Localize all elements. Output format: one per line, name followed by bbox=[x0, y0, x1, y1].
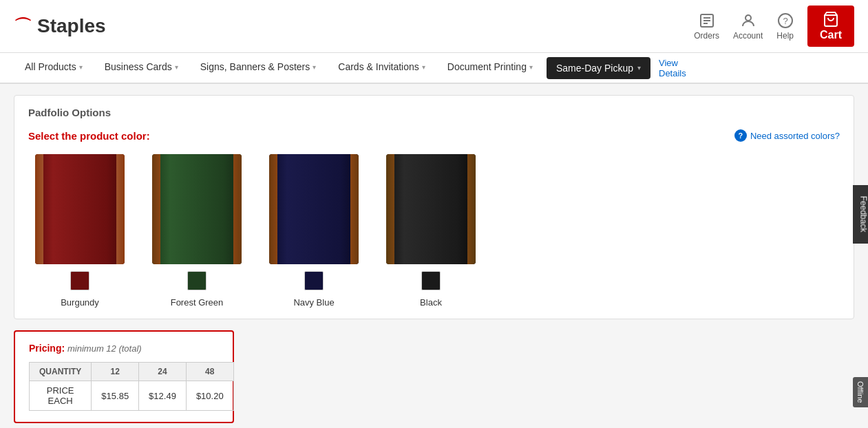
qty-48-header: 48 bbox=[186, 363, 233, 381]
chevron-down-icon: ▾ bbox=[313, 63, 316, 71]
color-options: Burgundy Forest Green Navy Blue Black bbox=[28, 154, 840, 308]
chevron-down-icon: ▾ bbox=[175, 63, 178, 71]
chevron-down-icon: ▾ bbox=[79, 63, 83, 71]
help-button[interactable]: ? Help bbox=[776, 12, 794, 41]
help-label: Help bbox=[776, 31, 794, 41]
account-icon bbox=[740, 12, 756, 29]
nav-business-cards[interactable]: Business Cards ▾ bbox=[94, 53, 189, 83]
nav: All Products ▾ Business Cards ▾ Signs, B… bbox=[0, 53, 868, 84]
padfolio-image-forest-green bbox=[152, 154, 242, 264]
offline-tab[interactable]: Offline bbox=[853, 377, 868, 407]
cart-label: Cart bbox=[820, 29, 842, 41]
price-48: $10.20 bbox=[186, 381, 233, 411]
chevron-down-icon: ▾ bbox=[422, 63, 425, 71]
color-name-forest-green: Forest Green bbox=[171, 297, 224, 308]
qty-24-header: 24 bbox=[139, 363, 187, 381]
nav-signs-banners[interactable]: Signs, Banners & Posters ▾ bbox=[189, 53, 328, 83]
pricing-subtext: minimum 12 (total) bbox=[67, 343, 142, 354]
qty-12-header: 12 bbox=[92, 363, 139, 381]
color-select-header: Select the product color: ? Need assorte… bbox=[28, 129, 840, 142]
orders-button[interactable]: Orders bbox=[694, 12, 719, 41]
color-name-navy-blue: Navy Blue bbox=[293, 297, 334, 308]
padfolio-image-navy-blue bbox=[269, 154, 359, 264]
padfolio-image-burgundy bbox=[35, 154, 125, 264]
pricing-header: Pricing: minimum 12 (total) bbox=[29, 343, 219, 354]
nav-all-products[interactable]: All Products ▾ bbox=[14, 53, 94, 83]
pricing-panel: Pricing: minimum 12 (total) QUANTITY 12 … bbox=[14, 330, 234, 423]
color-swatch-navy-blue bbox=[304, 271, 324, 290]
color-option-navy-blue[interactable]: Navy Blue bbox=[269, 154, 359, 308]
color-select-label: Select the product color: bbox=[28, 130, 150, 142]
chevron-down-icon: ▾ bbox=[637, 64, 641, 72]
color-name-burgundy: Burgundy bbox=[61, 297, 99, 308]
account-button[interactable]: Account bbox=[733, 12, 763, 41]
view-details-link[interactable]: ViewDetails bbox=[659, 58, 686, 78]
svg-text:?: ? bbox=[783, 16, 787, 26]
color-option-black[interactable]: Black bbox=[386, 154, 476, 308]
assorted-colors-link[interactable]: ? Need assorted colors? bbox=[734, 129, 840, 142]
padfolio-options-panel: Padfolio Options Select the product colo… bbox=[14, 95, 854, 319]
table-row-header: QUANTITY 12 24 48 bbox=[30, 363, 234, 381]
price-12: $15.85 bbox=[92, 381, 139, 411]
svg-point-4 bbox=[745, 15, 751, 21]
logo-text: Staples bbox=[37, 15, 106, 37]
account-label: Account bbox=[733, 31, 763, 41]
pricing-table: QUANTITY 12 24 48 PRICE EACH $15.85 $12.… bbox=[29, 362, 234, 411]
color-swatch-black bbox=[421, 271, 441, 290]
color-swatch-burgundy bbox=[70, 271, 89, 290]
same-day-pickup-button[interactable]: Same-Day Pickup ▾ bbox=[547, 57, 650, 79]
cart-button[interactable]: Cart bbox=[807, 6, 854, 47]
price-each-label: PRICE EACH bbox=[30, 381, 92, 411]
color-swatch-forest-green bbox=[187, 271, 207, 290]
orders-label: Orders bbox=[694, 31, 719, 41]
cart-icon bbox=[823, 11, 839, 28]
color-option-forest-green[interactable]: Forest Green bbox=[152, 154, 242, 308]
orders-icon bbox=[699, 12, 715, 29]
logo-icon: ⌒ bbox=[14, 14, 32, 39]
feedback-tab[interactable]: Feedback bbox=[854, 185, 868, 244]
header-right: Orders Account ? Help Cart bbox=[694, 6, 854, 47]
nav-cards-invitations[interactable]: Cards & Invitations ▾ bbox=[327, 53, 436, 83]
pricing-label: Pricing: bbox=[29, 343, 65, 354]
header: ⌒ Staples Orders Account ? Help Cart bbox=[0, 0, 868, 53]
main-content: Padfolio Options Select the product colo… bbox=[0, 84, 868, 428]
chevron-down-icon: ▾ bbox=[529, 63, 533, 71]
table-row-prices: PRICE EACH $15.85 $12.49 $10.20 bbox=[30, 381, 234, 411]
color-option-burgundy[interactable]: Burgundy bbox=[35, 154, 125, 308]
price-24: $12.49 bbox=[139, 381, 187, 411]
panel-title: Padfolio Options bbox=[28, 107, 840, 118]
color-name-black: Black bbox=[420, 297, 442, 308]
quantity-header: QUANTITY bbox=[30, 363, 92, 381]
logo[interactable]: ⌒ Staples bbox=[14, 14, 106, 39]
padfolio-image-black bbox=[386, 154, 476, 264]
help-icon: ? bbox=[777, 12, 794, 29]
help-circle-icon: ? bbox=[734, 129, 747, 142]
nav-document-printing[interactable]: Document Printing ▾ bbox=[436, 53, 544, 83]
